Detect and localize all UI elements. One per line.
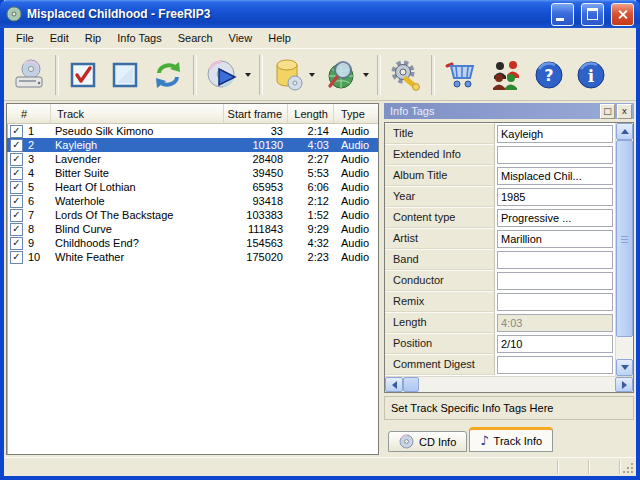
track-checkbox[interactable]: ✓ <box>10 181 23 194</box>
web-search-button[interactable] <box>320 53 374 97</box>
rip-cd-button[interactable] <box>200 53 256 97</box>
info-icon: i <box>575 59 607 91</box>
scroll-left-button[interactable] <box>385 377 403 392</box>
cddb-icon <box>271 57 305 93</box>
track-checkbox[interactable]: ✓ <box>10 251 23 264</box>
settings-icon <box>389 58 423 92</box>
track-num: 1 <box>23 125 49 137</box>
track-checkbox[interactable]: ✓ <box>10 125 23 138</box>
cd-drive-button[interactable] <box>8 53 52 97</box>
track-row[interactable]: ✓ 9 Childhoods End? 154563 4:32 Audio <box>7 236 378 250</box>
scrollbar-thumb[interactable] <box>616 140 633 337</box>
horizontal-scrollbar[interactable] <box>385 376 633 392</box>
tag-input-year[interactable] <box>497 188 613 206</box>
tag-input-content-type[interactable] <box>497 209 613 227</box>
track-type: Audio <box>334 209 378 221</box>
track-checkbox[interactable]: ✓ <box>10 237 23 250</box>
menu-rip[interactable]: Rip <box>77 30 110 46</box>
track-row[interactable]: ✓ 3 Lavender 28408 2:27 Audio <box>7 152 378 166</box>
tag-row: Extended Info <box>385 144 615 165</box>
chevron-down-icon[interactable] <box>245 73 251 77</box>
tag-row: Album Title <box>385 165 615 186</box>
track-checkbox[interactable]: ✓ <box>10 195 23 208</box>
column-header-num[interactable]: # <box>7 104 51 123</box>
tag-input-extended-info[interactable] <box>497 146 613 164</box>
track-start-frame: 33 <box>224 125 288 137</box>
scroll-down-button[interactable] <box>616 359 633 376</box>
uncheck-all-icon <box>109 59 141 91</box>
tag-label: Band <box>385 249 495 270</box>
tag-input-remix[interactable] <box>497 293 613 311</box>
help-button[interactable]: ? <box>528 53 570 97</box>
tag-input-length <box>497 314 613 332</box>
close-button[interactable] <box>611 3 634 26</box>
tag-row: Comment Digest <box>385 354 615 375</box>
rip-cd-icon <box>205 57 241 93</box>
minimize-icon <box>556 18 564 21</box>
tag-input-comment-digest[interactable] <box>497 356 613 374</box>
tab-cd-info[interactable]: CD Info <box>388 431 467 452</box>
menu-view[interactable]: View <box>221 30 261 46</box>
track-row[interactable]: ✓ 8 Blind Curve 111843 9:29 Audio <box>7 222 378 236</box>
track-checkbox[interactable]: ✓ <box>10 153 23 166</box>
scrollbar-thumb[interactable] <box>403 377 419 392</box>
tag-input-title[interactable] <box>497 125 613 143</box>
about-button[interactable]: i <box>570 53 612 97</box>
menu-edit[interactable]: Edit <box>42 30 77 46</box>
settings-button[interactable] <box>384 53 428 97</box>
info-tags-caption: Info Tags □ x <box>384 103 634 119</box>
track-start-frame: 39450 <box>224 167 288 179</box>
community-icon <box>489 58 523 92</box>
tab-track-info[interactable]: ♪ Track Info <box>469 427 553 452</box>
track-row[interactable]: ✓ 10 White Feather 175020 2:23 Audio <box>7 250 378 264</box>
track-checkbox[interactable]: ✓ <box>10 139 23 152</box>
check-all-button[interactable] <box>62 53 104 97</box>
info-glyph: i <box>588 66 595 86</box>
track-row[interactable]: ✓ 4 Bitter Suite 39450 5:53 Audio <box>7 166 378 180</box>
tag-input-position[interactable] <box>497 335 613 353</box>
info-tabs: CD Info ♪ Track Info <box>384 426 634 452</box>
maximize-button[interactable] <box>581 3 604 26</box>
track-row-selected[interactable]: ✓ 2 Kayleigh 10130 4:03 Audio <box>7 138 378 152</box>
minimize-button[interactable] <box>551 3 574 26</box>
vertical-scrollbar[interactable] <box>615 123 633 376</box>
scroll-up-button[interactable] <box>616 123 633 140</box>
resize-grip[interactable] <box>620 458 636 476</box>
track-row[interactable]: ✓ 5 Heart Of Lothian 65953 6:06 Audio <box>7 180 378 194</box>
community-button[interactable] <box>484 53 528 97</box>
track-length: 2:27 <box>288 153 334 165</box>
menu-help[interactable]: Help <box>260 30 299 46</box>
track-row[interactable]: ✓ 1 Pseudo Silk Kimono 33 2:14 Audio <box>7 124 378 138</box>
shop-cart-button[interactable] <box>438 53 484 97</box>
menu-file[interactable]: File <box>8 30 42 46</box>
track-row[interactable]: ✓ 6 Waterhole 93418 2:12 Audio <box>7 194 378 208</box>
tag-row: Conductor <box>385 270 615 291</box>
menu-search[interactable]: Search <box>170 30 221 46</box>
track-checkbox[interactable]: ✓ <box>10 167 23 180</box>
scrollbar-track[interactable] <box>419 377 615 392</box>
status-pane <box>558 458 588 476</box>
panel-close-button[interactable]: x <box>617 104 632 119</box>
column-header-track[interactable]: Track <box>51 104 224 123</box>
column-header-start-frame[interactable]: Start frame <box>224 104 288 123</box>
refresh-button[interactable] <box>146 53 190 97</box>
track-start-frame: 154563 <box>224 237 288 249</box>
tag-input-artist[interactable] <box>497 230 613 248</box>
column-header-type[interactable]: Type <box>334 104 378 123</box>
track-checkbox[interactable]: ✓ <box>10 209 23 222</box>
chevron-down-icon[interactable] <box>363 73 369 77</box>
scroll-right-button[interactable] <box>615 377 633 392</box>
track-row[interactable]: ✓ 7 Lords Of The Backstage 103383 1:52 A… <box>7 208 378 222</box>
track-start-frame: 103383 <box>224 209 288 221</box>
cddb-button[interactable] <box>266 53 320 97</box>
tag-input-album-title[interactable] <box>497 167 613 185</box>
menu-info-tags[interactable]: Info Tags <box>109 30 169 46</box>
column-header-length[interactable]: Length <box>288 104 334 123</box>
panel-restore-button[interactable]: □ <box>600 104 615 119</box>
chevron-down-icon[interactable] <box>309 73 315 77</box>
uncheck-all-button[interactable] <box>104 53 146 97</box>
track-checkbox[interactable]: ✓ <box>10 223 23 236</box>
track-title: Bitter Suite <box>49 167 224 179</box>
tag-input-conductor[interactable] <box>497 272 613 290</box>
tag-input-band[interactable] <box>497 251 613 269</box>
